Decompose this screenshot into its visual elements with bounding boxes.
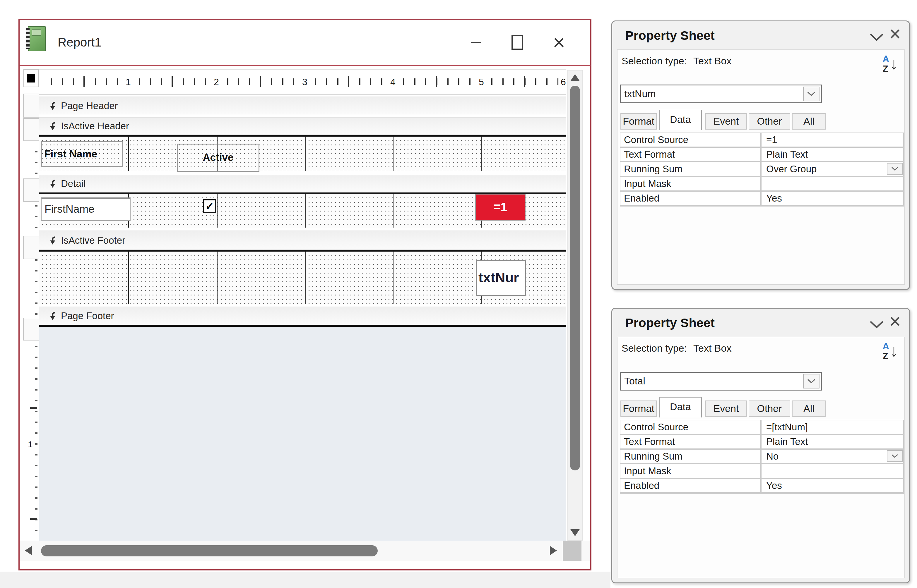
object-selector-combobox[interactable]: txtNum — [620, 84, 822, 103]
section-selector-isactive-footer[interactable] — [23, 236, 39, 259]
report-icon — [28, 26, 46, 51]
page-footer-section[interactable] — [39, 325, 566, 541]
sort-z-glyph: Z — [883, 64, 889, 74]
section-label: Page Footer — [61, 310, 114, 321]
vertical-ruler-halfmark — [30, 518, 37, 520]
isactive-footer-section[interactable]: txtNur — [39, 250, 566, 304]
property-row-running-sum[interactable]: Running Sum Over Group — [621, 162, 903, 177]
section-selector-isactive-header[interactable] — [23, 118, 39, 141]
tab-event[interactable]: Event — [705, 113, 747, 129]
vertical-scrollbar-thumb[interactable] — [570, 86, 580, 470]
sort-arrow-icon: ↓ — [890, 341, 898, 360]
property-row-text-format[interactable]: Text Format Plain Text — [621, 148, 903, 162]
section-bar-page-header[interactable]: Page Header — [39, 97, 566, 115]
tab-event[interactable]: Event — [705, 401, 747, 417]
selection-type-row: Selection type: Text Box — [622, 342, 731, 354]
scroll-up-icon[interactable] — [570, 74, 580, 81]
vertical-ruler-column[interactable]: 1 — [19, 66, 39, 541]
property-row-input-mask[interactable]: Input Mask — [621, 464, 903, 479]
vertical-ruler-number: 1 — [28, 439, 33, 449]
selection-type-value: Text Box — [693, 55, 731, 67]
tab-all[interactable]: All — [792, 401, 826, 417]
tab-data[interactable]: Data — [659, 110, 702, 130]
section-label: IsActive Header — [61, 121, 129, 132]
txtnum-running-sum-control[interactable]: =1 — [475, 194, 525, 221]
active-label-control[interactable]: Active — [177, 144, 259, 172]
section-bar-detail[interactable]: Detail — [39, 174, 566, 192]
minimize-button[interactable] — [463, 28, 489, 57]
close-icon[interactable]: × — [889, 309, 901, 333]
section-label: Detail — [61, 178, 86, 189]
firstname-textbox-control[interactable]: FirstName — [41, 197, 131, 221]
sort-az-button[interactable]: AZ ↓ — [883, 54, 898, 74]
section-arrow-icon — [49, 312, 57, 320]
value-dropdown-button[interactable] — [887, 163, 902, 174]
property-row-running-sum[interactable]: Running Sum No — [621, 450, 903, 464]
property-row-control-source[interactable]: Control Source =1 — [621, 133, 903, 148]
horizontal-scrollbar-thumb[interactable] — [41, 545, 378, 556]
total-textbox-control[interactable]: txtNur — [476, 260, 526, 296]
first-name-label-control[interactable]: First Name — [41, 141, 123, 167]
property-sheet-total: Property Sheet × Selection type: Text Bo… — [611, 308, 910, 583]
report-selector[interactable] — [23, 69, 39, 87]
desktop-strip — [0, 572, 611, 588]
property-row-control-source[interactable]: Control Source =[txtNum] — [621, 420, 903, 435]
ruler-number: 5 — [476, 75, 486, 89]
property-sheet-title: Property Sheet — [625, 316, 714, 330]
scroll-left-icon[interactable] — [25, 546, 32, 555]
object-selector-combobox[interactable]: Total — [620, 372, 822, 391]
close-icon[interactable]: × — [889, 22, 901, 45]
maximize-button[interactable] — [504, 28, 531, 57]
sort-az-button[interactable]: AZ ↓ — [883, 341, 898, 361]
report-icon-label — [32, 29, 41, 36]
section-bar-isactive-footer[interactable]: IsActive Footer — [39, 231, 566, 250]
scrollbar-corner — [563, 541, 582, 561]
tab-format[interactable]: Format — [621, 113, 657, 129]
selection-type-row: Selection type: Text Box — [622, 55, 731, 67]
section-selector-detail[interactable] — [23, 178, 39, 202]
property-row-input-mask[interactable]: Input Mask — [621, 177, 903, 192]
vertical-scrollbar[interactable] — [567, 70, 583, 541]
chevron-down-icon[interactable] — [869, 33, 884, 42]
tab-other[interactable]: Other — [749, 401, 790, 417]
chevron-down-icon[interactable] — [869, 320, 884, 329]
scroll-down-icon[interactable] — [570, 529, 580, 536]
selected-object: txtNum — [624, 88, 656, 99]
grid-inch-line — [305, 137, 306, 171]
section-selector-page-header[interactable] — [23, 94, 39, 118]
property-row-text-format[interactable]: Text Format Plain Text — [621, 435, 903, 450]
grid-inch-line — [393, 194, 394, 228]
combobox-dropdown-button[interactable] — [803, 374, 820, 388]
ruler-number: 4 — [388, 75, 398, 89]
tab-data[interactable]: Data — [659, 397, 702, 417]
tab-format[interactable]: Format — [621, 401, 657, 417]
property-row-enabled[interactable]: Enabled Yes — [621, 192, 903, 206]
detail-section[interactable]: FirstName ✓ =1 — [39, 192, 566, 228]
combobox-dropdown-button[interactable] — [803, 87, 820, 101]
chevron-down-icon — [891, 454, 899, 459]
close-button[interactable]: × — [546, 28, 572, 57]
report-selector-icon — [27, 74, 35, 82]
property-grid: Control Source =1 Text Format Plain Text… — [620, 132, 904, 207]
sort-a-glyph: A — [883, 54, 889, 64]
design-surface: 1 2 3 4 5 6 Page Header IsActive Header … — [39, 66, 566, 541]
tab-all[interactable]: All — [792, 113, 826, 129]
chevron-down-icon — [891, 166, 899, 171]
horizontal-ruler[interactable]: 1 2 3 4 5 6 — [39, 69, 566, 95]
window-title: Report1 — [58, 20, 101, 65]
value-dropdown-button[interactable] — [887, 450, 902, 462]
grid-inch-line — [481, 137, 482, 171]
isactive-checkbox-control[interactable]: ✓ — [203, 199, 216, 213]
grid-inch-line — [305, 194, 306, 228]
property-row-enabled[interactable]: Enabled Yes — [621, 479, 903, 493]
tab-other[interactable]: Other — [749, 113, 790, 129]
horizontal-scrollbar[interactable] — [19, 541, 590, 561]
section-bar-page-footer[interactable]: Page Footer — [39, 307, 566, 325]
section-selector-page-footer[interactable] — [23, 318, 39, 341]
section-bar-isactive-header[interactable]: IsActive Header — [39, 117, 566, 135]
scroll-right-icon[interactable] — [550, 546, 557, 555]
section-arrow-icon — [49, 102, 57, 110]
isactive-header-section[interactable]: First Name Active — [39, 135, 566, 171]
ruler-number: 1 — [123, 75, 133, 89]
report-design-window: Report1 × 1 1 2 3 4 5 6 — [18, 19, 591, 570]
